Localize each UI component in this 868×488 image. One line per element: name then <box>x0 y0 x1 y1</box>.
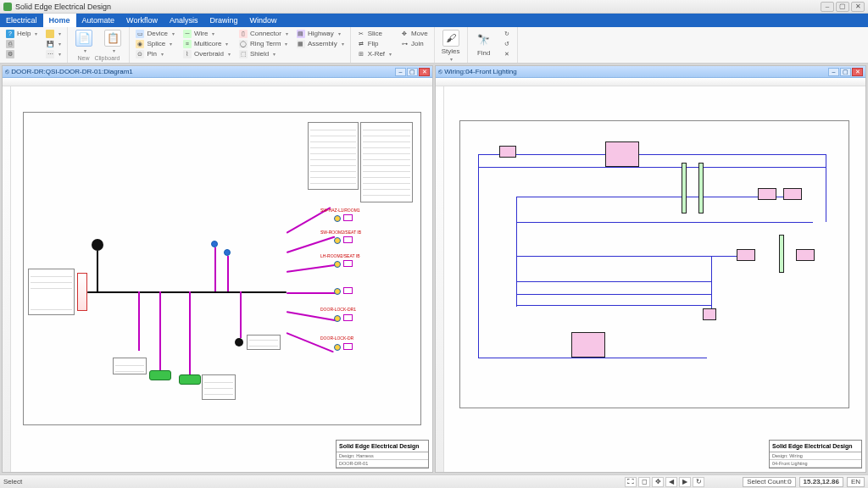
new-group-label: New <box>78 55 90 61</box>
pane-harness-max[interactable]: ▢ <box>407 68 418 76</box>
new-button[interactable]: 📄 <box>71 29 97 54</box>
save-dropdown[interactable]: 💾 <box>43 39 64 48</box>
pane-wiring: ⎋ Wiring:04-Front Lighting – ▢ ✕ <box>435 65 866 473</box>
insert-device[interactable]: ▭Device <box>133 29 176 38</box>
tab-home[interactable]: Home <box>43 14 76 27</box>
bw-top <box>478 154 826 155</box>
wiring-sheet-border <box>459 120 849 408</box>
harness-tb-main: Solid Edge Electrical Design <box>337 441 428 452</box>
help-button[interactable]: ?Help <box>3 29 40 38</box>
comp-bar3 <box>779 235 784 273</box>
harness-table-1 <box>308 122 359 190</box>
more-dropdown[interactable]: ⋯ <box>43 49 64 58</box>
ribbon: ?Help ⎙ ⚙ 💾 ⋯ 📄 📋 New Clipboard ▭Device … <box>0 27 868 64</box>
branch-up-1 <box>214 247 216 291</box>
color-dropdown[interactable] <box>43 29 64 38</box>
paste-button[interactable]: 📋 <box>100 29 125 54</box>
bw-mid2 <box>516 222 813 223</box>
status-select-count: Select Count:0 <box>743 477 795 487</box>
window-maximize-button[interactable]: ▢ <box>836 2 849 12</box>
connector-main <box>77 273 87 311</box>
tool-move[interactable]: ✥Move <box>398 29 431 38</box>
insert-shield[interactable]: ⬚Shield <box>236 49 291 58</box>
fan-label-5: DOOR-LOCK-DR1 <box>320 307 356 312</box>
ruler-h-right <box>436 78 865 86</box>
fan-label-6: DOOR-LOCK-DR <box>320 336 353 341</box>
pane-wiring-close[interactable]: ✕ <box>852 68 863 76</box>
branch-1 <box>138 291 140 351</box>
bw-bot <box>478 358 707 358</box>
pane-wiring-title: Wiring:04-Front Lighting <box>444 68 516 75</box>
pane-harness-close[interactable]: ✕ <box>419 68 430 76</box>
app-titlebar: Solid Edge Electrical Design – ▢ ✕ <box>0 0 868 14</box>
status-refresh[interactable]: ↻ <box>693 477 704 487</box>
tool-xref[interactable]: ⊞X-Ref <box>354 49 394 58</box>
settings-button[interactable]: ⚙ <box>3 49 40 58</box>
tab-analysis[interactable]: Analysis <box>164 14 204 27</box>
ruler-h-left <box>3 78 432 86</box>
bw-mid3 <box>516 256 754 257</box>
branch-1-table <box>113 358 147 374</box>
status-lang[interactable]: EN <box>847 477 865 487</box>
pane-harness-min[interactable]: – <box>395 68 406 76</box>
insert-multicore[interactable]: ≡Multicore <box>181 39 233 48</box>
tool-flip[interactable]: ⇄Flip <box>354 39 394 48</box>
tool-slice[interactable]: ✂Slice <box>354 29 394 38</box>
status-coords: 15.23,12.86 <box>799 477 843 487</box>
wiring-canvas[interactable]: Solid Edge Electrical Design Design: Wir… <box>444 86 865 472</box>
ribbon-group-insert: ▭Device ◉Splice ⊙Pin ─Wire ≡Multicore ⌇O… <box>130 27 350 63</box>
pane-wiring-min[interactable]: – <box>828 68 839 76</box>
comp-m1 <box>737 249 755 261</box>
insert-splice[interactable]: ◉Splice <box>133 39 176 48</box>
pane-wiring-titlebar[interactable]: ⎋ Wiring:04-Front Lighting – ▢ ✕ <box>436 66 865 78</box>
branch-3 <box>189 291 191 376</box>
insert-group-label <box>133 59 346 65</box>
device-green-2 <box>179 374 201 385</box>
status-zoom-fit[interactable]: ⛶ <box>625 477 637 487</box>
insert-highway[interactable]: ▤Highway <box>294 29 347 38</box>
tab-electrical[interactable]: Electrical <box>0 14 43 27</box>
insert-pin[interactable]: ⊙Pin <box>133 49 176 58</box>
harness-table-left <box>28 269 75 315</box>
ribbon-group-help: ?Help ⎙ ⚙ 💾 ⋯ <box>0 27 68 63</box>
insert-wire[interactable]: ─Wire <box>181 29 233 38</box>
status-prev[interactable]: ◀ <box>665 477 677 487</box>
pane-harness-titlebar[interactable]: ⎋ DOOR-DR:QSI-DOOR-DR-01:Diagram1 – ▢ ✕ <box>3 66 432 78</box>
pane-harness-title: DOOR-DR:QSI-DOOR-DR-01:Diagram1 <box>11 68 133 75</box>
comp-node <box>703 308 716 320</box>
window-close-button[interactable]: ✕ <box>851 2 865 12</box>
wiring-tb-main: Solid Edge Electrical Design <box>770 441 861 452</box>
fan-label-3: LH-ROOM2/SEAT IB <box>320 253 360 258</box>
print-button[interactable]: ⎙ <box>3 39 40 48</box>
status-zoom-window[interactable]: ◻ <box>638 477 650 487</box>
find-cancel[interactable]: ✕ <box>500 49 514 58</box>
bw-right <box>826 154 826 222</box>
insert-assembly[interactable]: ▦Assembly <box>294 39 347 48</box>
find-button[interactable]: 🔭Find <box>471 29 497 58</box>
tool-join[interactable]: ⊶Join <box>398 39 431 48</box>
insert-overbraid[interactable]: ⌇Overbraid <box>181 49 233 58</box>
fan-node-1 <box>334 215 341 222</box>
insert-connector[interactable]: ▯Connector <box>236 29 291 38</box>
find-next[interactable]: ↻ <box>500 29 514 38</box>
tab-workflow[interactable]: Workflow <box>120 14 164 27</box>
branch-4 <box>240 291 242 338</box>
device-ground <box>92 239 103 251</box>
styles-button[interactable]: 🖌Styles <box>438 29 464 63</box>
insert-ringterm[interactable]: ◯Ring Term <box>236 39 291 48</box>
tab-window[interactable]: Window <box>243 14 282 27</box>
app-title: Solid Edge Electrical Design <box>15 3 111 11</box>
status-pan[interactable]: ✥ <box>652 477 664 487</box>
harness-canvas[interactable]: SW-HAZ-L1/ROOM1 SW-ROOM2/SEAT IB LH-ROOM… <box>11 86 432 472</box>
status-next[interactable]: ▶ <box>679 477 691 487</box>
ribbon-group-help-label <box>3 59 64 65</box>
tab-drawing[interactable]: Drawing <box>203 14 243 27</box>
fan-label-2: SW-ROOM2/SEAT IB <box>320 230 361 235</box>
clipboard-group-label: Clipboard <box>94 55 120 61</box>
pane-wiring-max[interactable]: ▢ <box>840 68 851 76</box>
window-minimize-button[interactable]: – <box>821 2 834 12</box>
find-prev[interactable]: ↺ <box>500 39 514 48</box>
tab-automate[interactable]: Automate <box>76 14 121 27</box>
status-mode: Select <box>3 478 22 485</box>
fan-node-3 <box>334 261 341 268</box>
